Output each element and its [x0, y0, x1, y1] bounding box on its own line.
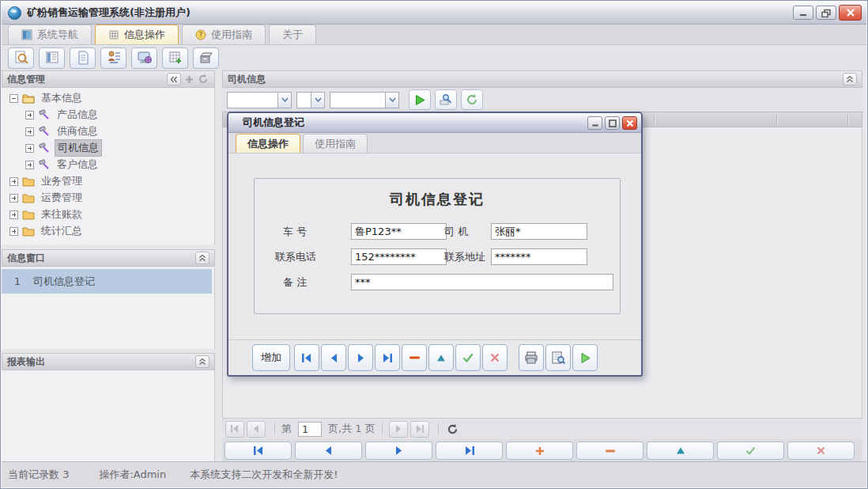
dlg-next-button[interactable] [348, 344, 373, 371]
chevron-down-icon[interactable] [311, 93, 324, 108]
next-page-button[interactable] [389, 421, 408, 438]
collapse-expander-icon[interactable] [9, 94, 18, 103]
record-next-button[interactable] [365, 442, 432, 460]
dialog-minimize-button[interactable] [587, 116, 602, 130]
expand-icon[interactable] [25, 161, 34, 169]
tab-about[interactable]: 关于 [269, 25, 316, 44]
grid-refresh-button[interactable] [447, 423, 459, 435]
new-document-button[interactable] [70, 47, 96, 69]
tree-item-accounts[interactable]: 来往账款 [9, 207, 85, 222]
info-tree: 基本信息 产品信息 供商信息 司机信息 客户信息 业务管理 [2, 88, 215, 244]
tree-item-product-info[interactable]: 产品信息 [25, 107, 100, 123]
form-view-button[interactable] [39, 47, 65, 69]
phone-input[interactable] [351, 248, 447, 265]
tree-item-freight-manage[interactable]: 运费管理 [9, 190, 85, 206]
collapse-left-button[interactable] [167, 73, 181, 85]
collapse-left-icon [170, 76, 178, 83]
record-first-button[interactable] [225, 442, 292, 460]
dlg-preview-button[interactable] [545, 344, 571, 371]
window-list-item-driver[interactable]: 1 司机信息登记 [2, 269, 212, 294]
dialog-tab-user-guide[interactable]: 使用指南 [303, 134, 368, 153]
tab-label: 关于 [282, 28, 303, 42]
tab-system-nav[interactable]: 系统导航 [8, 25, 92, 44]
dlg-edit-button[interactable] [428, 344, 454, 371]
record-post-button[interactable] [717, 442, 784, 460]
dialog-close-button[interactable] [622, 116, 637, 130]
expand-icon[interactable] [25, 144, 34, 153]
expand-icon[interactable] [9, 177, 18, 186]
add-button[interactable]: 增加 [252, 344, 290, 371]
filter-refresh-button[interactable] [461, 89, 483, 110]
expand-icon[interactable] [9, 227, 18, 236]
dlg-cancel-button[interactable] [482, 344, 508, 371]
tree-item-driver-info[interactable]: 司机信息 [25, 140, 102, 156]
dlg-post-button[interactable] [455, 344, 481, 371]
output-tray-button[interactable] [193, 47, 219, 69]
tree-refresh-button[interactable] [197, 73, 209, 85]
dlg-print-button[interactable] [519, 344, 544, 371]
minimize-button[interactable] [793, 6, 813, 20]
filter-row [222, 88, 864, 112]
expand-icon[interactable] [9, 194, 18, 203]
tab-label: 系统导航 [37, 28, 78, 42]
tab-info-operation[interactable]: 信息操作 [95, 25, 179, 44]
collapse-up-button[interactable] [843, 73, 857, 85]
remarks-input[interactable] [351, 274, 613, 290]
tree-item-statistics[interactable]: 统计汇总 [9, 223, 85, 239]
chevron-down-icon[interactable] [277, 93, 291, 108]
tree-item-business-manage[interactable]: 业务管理 [9, 173, 85, 189]
filter-operator-select[interactable] [296, 92, 325, 108]
dialog-maximize-button[interactable] [605, 116, 620, 130]
first-page-button[interactable] [225, 421, 244, 438]
plate-number-input[interactable] [351, 223, 447, 240]
record-add-button[interactable] [506, 442, 573, 460]
tree-add-button[interactable] [183, 73, 195, 85]
expand-icon[interactable] [9, 210, 18, 219]
expand-icon[interactable] [25, 127, 34, 136]
user-manage-button[interactable] [100, 47, 126, 69]
remote-view-button[interactable] [131, 47, 157, 69]
dialog-title-bar: 司机信息登记 [228, 113, 641, 133]
dlg-last-button[interactable] [375, 344, 400, 371]
page-number-input[interactable] [298, 422, 322, 437]
close-button[interactable] [839, 5, 862, 21]
collapse-up-button[interactable] [195, 252, 209, 264]
filter-lookup-button[interactable] [435, 89, 457, 110]
tree-label: 产品信息 [55, 107, 100, 123]
chevron-down-icon[interactable] [385, 93, 398, 108]
tab-user-guide[interactable]: ? 使用指南 [182, 25, 266, 44]
driver-name-input[interactable] [491, 223, 587, 240]
collapse-up-button[interactable] [195, 355, 209, 368]
address-input[interactable] [491, 248, 587, 265]
dlg-prev-button[interactable] [321, 344, 346, 371]
filter-run-button[interactable] [409, 89, 431, 110]
expand-icon[interactable] [25, 111, 34, 119]
record-prev-button[interactable] [295, 442, 362, 460]
filter-value-select[interactable] [330, 92, 399, 108]
tree-item-supplier-info[interactable]: 供商信息 [25, 123, 100, 139]
dialog-title: 司机信息登记 [243, 116, 304, 130]
record-edit-button[interactable] [647, 442, 714, 460]
dlg-delete-button[interactable] [402, 344, 427, 371]
restore-button[interactable] [816, 6, 836, 20]
tree-label: 司机信息 [55, 139, 102, 157]
dlg-run-button[interactable] [572, 344, 598, 371]
prev-icon [330, 354, 338, 362]
refresh-icon [447, 423, 459, 435]
record-last-button[interactable] [436, 442, 503, 460]
record-cancel-button[interactable] [787, 442, 855, 460]
tree-label: 业务管理 [39, 173, 85, 189]
last-page-button[interactable] [410, 421, 429, 438]
record-delete-button[interactable] [576, 442, 643, 460]
tree-item-customer-info[interactable]: 客户信息 [25, 157, 100, 172]
search-button[interactable] [8, 47, 34, 69]
table-add-button[interactable] [162, 47, 188, 69]
record-nav-bar [222, 439, 862, 462]
dialog-tab-info-operation[interactable]: 信息操作 [236, 134, 300, 153]
preview-icon [551, 351, 565, 364]
tree-item-basic-info[interactable]: 基本信息 [9, 90, 85, 106]
tree-label: 来往账款 [39, 207, 85, 222]
prev-page-button[interactable] [247, 421, 266, 438]
dlg-first-button[interactable] [294, 344, 319, 371]
filter-field-select[interactable] [227, 92, 292, 108]
